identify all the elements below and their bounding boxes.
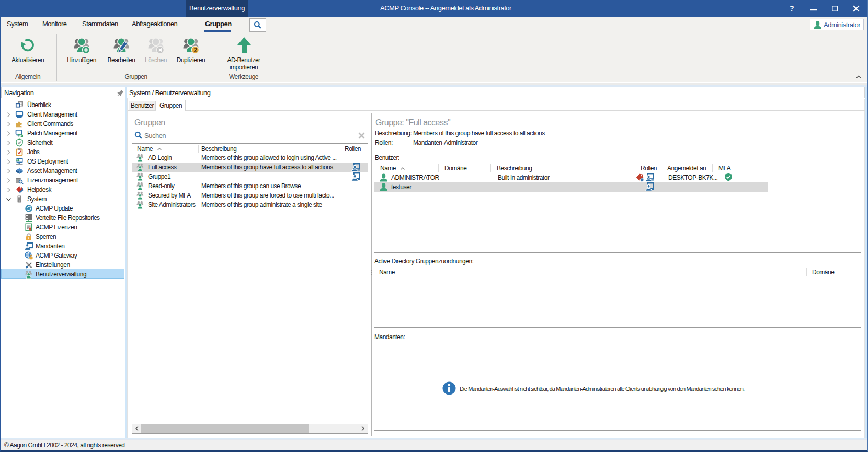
svg-text:2: 2 xyxy=(193,47,197,54)
